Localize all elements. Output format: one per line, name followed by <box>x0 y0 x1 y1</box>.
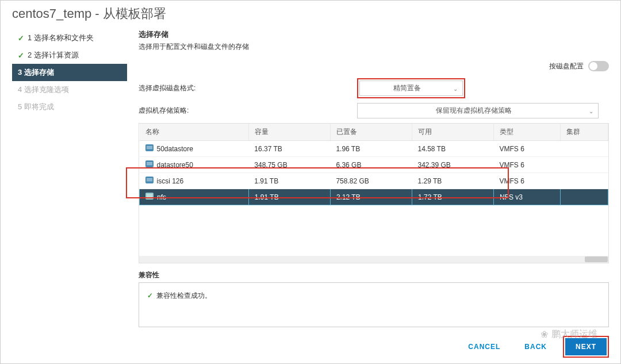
table-header-row: 名称容量已置备可用类型集群 <box>140 124 608 141</box>
chevron-down-icon: ⌄ <box>589 108 593 114</box>
section-desc: 选择用于配置文件和磁盘文件的存储 <box>139 42 609 52</box>
table-cell: 2.12 TB <box>330 189 412 205</box>
wizard-step-5: 5 即将完成 <box>12 98 127 116</box>
storage-policy-dropdown[interactable]: 保留现有虚拟机存储策略 ⌄ <box>357 103 599 118</box>
wizard-step-1[interactable]: ✓ 1 选择名称和文件夹 <box>12 29 127 47</box>
wechat-icon: ❀ <box>540 329 548 340</box>
dialog-content: ✓ 1 选择名称和文件夹✓ 2 选择计算资源 3 选择存储 4 选择克隆选项 5… <box>1 29 620 327</box>
datastore-table: 名称容量已置备可用类型集群 50datastore16.37 TB1.96 TB… <box>139 124 608 205</box>
next-button[interactable]: NEXT <box>565 338 607 355</box>
datastore-table-wrap: 名称容量已置备可用类型集群 50datastore16.37 TB1.96 TB… <box>139 123 609 263</box>
datastore-icon <box>145 193 154 200</box>
compat-message: ✓兼容性检查成功。 <box>147 291 600 301</box>
check-icon: ✓ <box>18 51 24 60</box>
table-cell <box>561 157 608 173</box>
table-cell: 348.75 GB <box>248 157 330 173</box>
table-cell <box>561 189 608 205</box>
datastore-scroll[interactable]: 名称容量已置备可用类型集群 50datastore16.37 TB1.96 TB… <box>139 124 608 256</box>
check-icon: ✓ <box>18 34 24 43</box>
table-cell: VMFS 6 <box>494 157 561 173</box>
col-header[interactable]: 集群 <box>561 124 608 141</box>
section-title: 选择存储 <box>139 29 609 40</box>
datastore-icon <box>145 144 154 151</box>
disk-format-value: 精简置备 <box>393 84 421 92</box>
table-cell: 50datastore <box>140 141 249 157</box>
table-cell: 6.36 GB <box>330 157 412 173</box>
highlight-disk-format: 精简置备 ⌄ <box>357 78 465 98</box>
table-row[interactable]: iscsi 1261.91 TB758.82 GB1.29 TBVMFS 6 <box>140 173 608 189</box>
disk-format-label: 选择虚拟磁盘格式: <box>139 83 357 93</box>
table-row[interactable]: 50datastore16.37 TB1.96 TB14.58 TBVMFS 6 <box>140 141 608 157</box>
storage-policy-value: 保留现有虚拟机存储策略 <box>436 106 512 114</box>
watermark-text: 鹏大师运维 <box>551 328 597 340</box>
table-cell: 1.91 TB <box>248 173 330 189</box>
table-cell: 1.29 TB <box>412 173 493 189</box>
table-cell: datastore50 <box>140 157 249 173</box>
table-cell: 342.39 GB <box>412 157 493 173</box>
horizontal-scrollbar[interactable] <box>139 256 608 263</box>
wizard-step-4: 4 选择克隆选项 <box>12 81 127 98</box>
table-row[interactable]: datastore50348.75 GB6.36 GB342.39 GBVMFS… <box>140 157 608 173</box>
chevron-down-icon: ⌄ <box>453 85 458 91</box>
col-header[interactable]: 容量 <box>248 124 330 141</box>
table-cell: 1.72 TB <box>412 189 493 205</box>
col-header[interactable]: 已置备 <box>330 124 412 141</box>
table-cell: 758.82 GB <box>330 173 412 189</box>
datastore-icon <box>145 177 154 183</box>
table-row[interactable]: nfs1.91 TB2.12 TB1.72 TBNFS v3 <box>140 189 608 205</box>
table-cell: VMFS 6 <box>494 173 561 189</box>
storage-policy-label: 虚拟机存储策略: <box>139 106 357 116</box>
table-cell: 16.37 TB <box>248 141 330 157</box>
disk-format-dropdown[interactable]: 精简置备 ⌄ <box>359 81 463 96</box>
per-disk-toggle[interactable] <box>588 61 609 71</box>
compat-text: 兼容性检查成功。 <box>156 292 212 300</box>
main-panel: 选择存储 选择用于配置文件和磁盘文件的存储 按磁盘配置 选择虚拟磁盘格式: 精简… <box>127 29 609 327</box>
table-cell: 1.91 TB <box>248 189 330 205</box>
compat-title: 兼容性 <box>139 270 609 280</box>
table-cell: 1.96 TB <box>330 141 412 157</box>
cancel-button[interactable]: CANCEL <box>460 338 508 355</box>
table-cell: nfs <box>140 189 249 205</box>
check-icon: ✓ <box>147 292 153 300</box>
table-cell: 14.58 TB <box>412 141 493 157</box>
table-body: 50datastore16.37 TB1.96 TB14.58 TBVMFS 6… <box>140 141 608 205</box>
back-button[interactable]: BACK <box>516 338 555 355</box>
table-cell <box>561 173 608 189</box>
wizard-step-3[interactable]: 3 选择存储 <box>12 64 127 81</box>
table-cell <box>561 141 608 157</box>
table-cell: NFS v3 <box>494 189 561 205</box>
per-disk-config-row: 按磁盘配置 <box>139 61 609 71</box>
table-cell: iscsi 126 <box>140 173 249 189</box>
per-disk-label: 按磁盘配置 <box>549 62 584 71</box>
dialog-title: centos7_temp - 从模板部署 <box>1 1 620 29</box>
scroll-thumb[interactable] <box>585 256 608 262</box>
wizard-steps: ✓ 1 选择名称和文件夹✓ 2 选择计算资源 3 选择存储 4 选择克隆选项 5… <box>12 29 127 327</box>
storage-policy-row: 虚拟机存储策略: 保留现有虚拟机存储策略 ⌄ <box>139 103 609 118</box>
wizard-step-2[interactable]: ✓ 2 选择计算资源 <box>12 47 127 64</box>
compat-box: ✓兼容性检查成功。 <box>139 282 609 327</box>
col-header[interactable]: 类型 <box>494 124 561 141</box>
table-cell: VMFS 6 <box>494 141 561 157</box>
disk-format-row: 选择虚拟磁盘格式: 精简置备 ⌄ <box>139 78 609 98</box>
datastore-icon <box>145 160 154 167</box>
col-header[interactable]: 名称 <box>140 124 249 141</box>
deploy-from-template-dialog: centos7_temp - 从模板部署 ✓ 1 选择名称和文件夹✓ 2 选择计… <box>0 0 621 364</box>
col-header[interactable]: 可用 <box>412 124 493 141</box>
watermark: ❀ 鹏大师运维 <box>540 328 597 340</box>
